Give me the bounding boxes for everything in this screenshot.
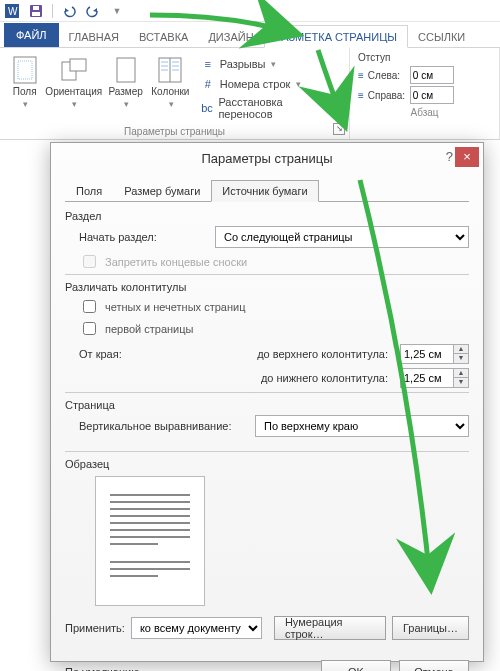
tab-insert[interactable]: ВСТАВКА <box>129 26 198 47</box>
dlg-tab-margins[interactable]: Поля <box>65 180 113 202</box>
tab-page-layout[interactable]: РАЗМЕТКА СТРАНИЦЫ <box>264 25 408 48</box>
indent-right-input[interactable] <box>410 86 454 104</box>
indent-title: Отступ <box>358 52 491 63</box>
close-button[interactable]: × <box>455 147 479 167</box>
dlg-tab-paper-source[interactable]: Источник бумаги <box>211 180 318 202</box>
svg-rect-4 <box>33 6 39 10</box>
page-setup-launcher[interactable]: ↘ <box>333 123 345 135</box>
hf-label: Различать колонтитулы <box>65 281 469 293</box>
preview-label: Образец <box>65 458 469 470</box>
page-setup-dialog: Параметры страницы ? × Поля Размер бумаг… <box>50 142 484 662</box>
help-button[interactable]: ? <box>446 149 453 164</box>
borders-button[interactable]: Границы… <box>392 616 469 640</box>
breaks-label: Разрывы <box>220 58 266 70</box>
line-numbers-icon: # <box>200 76 216 92</box>
tab-design[interactable]: ДИЗАЙН <box>198 26 263 47</box>
margins-label: Поля <box>13 86 37 97</box>
quick-access-toolbar: W ▼ <box>0 0 500 22</box>
suppress-endnotes-checkbox <box>83 255 96 268</box>
hyphenation-icon: bc <box>200 100 215 116</box>
first-page-checkbox[interactable] <box>83 322 96 335</box>
indent-right-label: Справа: <box>368 90 406 101</box>
valign-label: Вертикальное выравнивание: <box>79 420 249 432</box>
suppress-endnotes-check: Запретить концевые сноски <box>79 252 469 271</box>
apply-to-combo[interactable]: ко всему документу <box>131 617 262 639</box>
svg-text:W: W <box>8 6 18 17</box>
page-label: Страница <box>65 399 469 411</box>
size-button[interactable]: Размер ▾ <box>106 52 145 109</box>
ribbon-tabs: ФАЙЛ ГЛАВНАЯ ВСТАВКА ДИЗАЙН РАЗМЕТКА СТР… <box>0 22 500 48</box>
breaks-button[interactable]: ≡ Разрывы▾ <box>200 54 341 74</box>
margins-icon <box>11 56 39 84</box>
header-dist-label: до верхнего колонтитула: <box>145 348 394 360</box>
indent-left-row: ≡ Слева: <box>358 65 491 85</box>
header-dist-spinner[interactable]: ▲▼ <box>454 344 469 364</box>
dialog-tabs: Поля Размер бумаги Источник бумаги <box>65 179 469 202</box>
footer-dist-input[interactable] <box>400 368 454 388</box>
odd-even-checkbox[interactable] <box>83 300 96 313</box>
header-dist-input[interactable] <box>400 344 454 364</box>
cancel-button[interactable]: Отмена <box>399 660 469 671</box>
word-icon: W <box>4 3 20 19</box>
odd-even-check[interactable]: четных и нечетных страниц <box>79 297 469 316</box>
undo-icon[interactable] <box>61 3 77 19</box>
customize-qat-icon[interactable]: ▼ <box>109 3 125 19</box>
svg-rect-9 <box>117 58 135 82</box>
dialog-title: Параметры страницы <box>201 151 332 166</box>
suppress-endnotes-label: Запретить концевые сноски <box>105 256 247 268</box>
tab-home[interactable]: ГЛАВНАЯ <box>59 26 129 47</box>
ok-button[interactable]: OK <box>321 660 391 671</box>
indent-left-input[interactable] <box>410 66 454 84</box>
line-numbers-label: Номера строк <box>220 78 291 90</box>
orientation-label: Ориентация <box>45 86 102 97</box>
indent-left-icon: ≡ <box>358 70 364 81</box>
section-label: Раздел <box>65 210 469 222</box>
hyphenation-button[interactable]: bc Расстановка переносов▾ <box>200 94 341 122</box>
svg-rect-3 <box>32 12 40 16</box>
tab-file[interactable]: ФАЙЛ <box>4 23 59 47</box>
odd-even-label: четных и нечетных страниц <box>105 301 245 313</box>
dialog-titlebar: Параметры страницы ? × <box>51 143 483 173</box>
size-icon <box>112 56 140 84</box>
group-page-setup-label: Параметры страницы <box>8 124 341 137</box>
group-paragraph: Отступ ≡ Слева: ≡ Справа: Абзац <box>350 48 500 139</box>
redo-icon[interactable] <box>85 3 101 19</box>
size-label: Размер <box>108 86 142 97</box>
svg-rect-8 <box>70 59 86 71</box>
indent-left-label: Слева: <box>368 70 406 81</box>
first-page-check[interactable]: первой страницы <box>79 319 469 338</box>
dialog-footer: По умолчанию OK Отмена <box>51 650 483 671</box>
preview-page <box>95 476 205 606</box>
tab-references[interactable]: ССЫЛКИ <box>408 26 475 47</box>
save-icon[interactable] <box>28 3 44 19</box>
footer-dist-label: до нижнего колонтитула: <box>145 372 394 384</box>
dlg-tab-paper-size[interactable]: Размер бумаги <box>113 180 211 202</box>
group-page-setup: Поля ▾ Ориентация ▾ Размер ▾ Колонки ▾ ≡ <box>0 48 350 139</box>
margins-button[interactable]: Поля ▾ <box>8 52 41 109</box>
default-button[interactable]: По умолчанию <box>65 666 139 671</box>
breaks-icon: ≡ <box>200 56 216 72</box>
from-edge-label: От края: <box>79 348 139 360</box>
orientation-button[interactable]: Ориентация ▾ <box>45 52 102 109</box>
columns-button[interactable]: Колонки ▾ <box>149 52 192 109</box>
orientation-icon <box>60 56 88 84</box>
indent-right-row: ≡ Справа: <box>358 85 491 105</box>
first-page-label: первой страницы <box>105 323 193 335</box>
line-numbers-dlg-button[interactable]: Нумерация строк… <box>274 616 386 640</box>
indent-right-icon: ≡ <box>358 90 364 101</box>
section-start-label: Начать раздел: <box>79 231 209 243</box>
hyphenation-label: Расстановка переносов <box>218 96 330 120</box>
group-paragraph-label: Абзац <box>358 105 491 118</box>
columns-label: Колонки <box>151 86 189 97</box>
section-start-combo[interactable]: Со следующей страницы <box>215 226 469 248</box>
line-numbers-button[interactable]: # Номера строк▾ <box>200 74 341 94</box>
footer-dist-spinner[interactable]: ▲▼ <box>454 368 469 388</box>
columns-icon <box>156 56 184 84</box>
valign-combo[interactable]: По верхнему краю <box>255 415 469 437</box>
apply-label: Применить: <box>65 622 125 634</box>
ribbon-body: Поля ▾ Ориентация ▾ Размер ▾ Колонки ▾ ≡ <box>0 48 500 140</box>
